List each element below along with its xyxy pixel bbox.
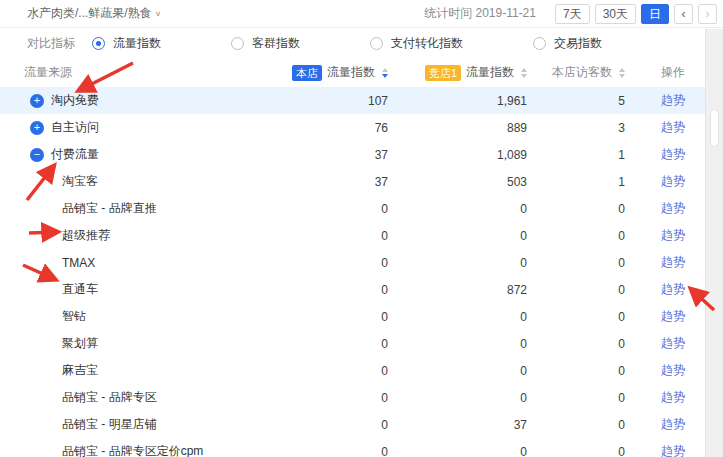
row-source-cell[interactable]: 品销宝 - 品牌专区定价cpm [24,443,268,457]
radio-icon [231,37,244,50]
own-index-value: 0 [268,256,388,270]
radio-icon [533,37,546,50]
rival-index-value: 872 [388,283,527,297]
own-index-value: 0 [268,337,388,351]
trend-link[interactable]: 趋势 [661,93,685,107]
row-source-cell[interactable]: − 付费流量 [24,146,268,163]
table-row: 淘宝客 37 503 1 趋势 [0,168,705,195]
trend-link[interactable]: 趋势 [661,444,685,457]
category-label: 水产肉类/...鲜蔬果/熟食 [27,5,152,22]
top-bar: 水产肉类/...鲜蔬果/熟食 ∨ 统计时间 2019-11-21 7天 30天 … [0,0,723,28]
row-source-cell[interactable]: + 自主访问 [24,119,268,136]
row-source-cell[interactable]: TMAX [24,256,268,270]
vertical-scrollbar-thumb[interactable] [710,109,719,147]
trend-link[interactable]: 趋势 [661,309,685,323]
radio-icon [370,37,383,50]
table-row: 智钻 0 0 0 趋势 [0,303,705,330]
trend-link[interactable]: 趋势 [661,228,685,242]
rival-index-value: 0 [388,337,527,351]
trend-link[interactable]: 趋势 [661,363,685,377]
col-header-action: 操作 [625,64,685,81]
own-visitors-value: 5 [527,94,625,108]
row-source-label: TMAX [62,256,95,270]
row-source-label: 自主访问 [51,119,99,136]
trend-link[interactable]: 趋势 [661,201,685,215]
range-7days-button[interactable]: 7天 [555,4,590,24]
row-source-cell[interactable]: 聚划算 [24,335,268,352]
trend-link[interactable]: 趋势 [661,255,685,269]
metric-radio-2[interactable]: 支付转化指数 [370,35,463,52]
vertical-scrollbar-track[interactable] [705,29,723,457]
table-row: 品销宝 - 品牌直推 0 0 0 趋势 [0,195,705,222]
own-index-value: 0 [268,445,388,457]
row-source-label: 直通车 [62,281,98,298]
rival-index-value: 1,961 [388,94,527,108]
col-header-own-visitors[interactable]: 本店访客数 [527,64,625,81]
traffic-analysis-page: 水产肉类/...鲜蔬果/熟食 ∨ 统计时间 2019-11-21 7天 30天 … [0,0,723,457]
own-visitors-value: 0 [527,202,625,216]
expand-icon[interactable]: + [30,94,44,108]
own-visitors-value: 1 [527,148,625,162]
own-visitors-value: 0 [527,310,625,324]
own-visitors-value: 0 [527,229,625,243]
table-row: 麻吉宝 0 0 0 趋势 [0,357,705,384]
table-body: + 淘内免费 107 1,961 5 趋势 + 自主访问 76 889 3 趋势… [0,87,705,457]
row-source-label: 淘内免费 [51,92,99,109]
compare-metric-row: 对比指标 流量指数客群指数支付转化指数交易指数 [0,28,723,58]
col-header-own-index[interactable]: 本店 流量指数 [268,64,388,81]
trend-link[interactable]: 趋势 [661,390,685,404]
metric-radio-0[interactable]: 流量指数 [92,35,161,52]
row-source-label: 品销宝 - 品牌专区定价cpm [62,443,203,457]
rival-index-value: 37 [388,418,527,432]
own-index-value: 76 [268,121,388,135]
row-source-cell[interactable]: 品销宝 - 品牌专区 [24,389,268,406]
own-index-value: 37 [268,148,388,162]
own-visitors-value: 0 [527,418,625,432]
row-source-cell[interactable]: 淘宝客 [24,173,268,190]
own-index-value: 0 [268,283,388,297]
own-index-label: 流量指数 [327,64,375,81]
row-source-cell[interactable]: 智钻 [24,308,268,325]
row-source-cell[interactable]: 品销宝 - 品牌直推 [24,200,268,217]
trend-link[interactable]: 趋势 [661,174,685,188]
metric-radio-3[interactable]: 交易指数 [533,35,602,52]
row-source-label: 品销宝 - 品牌直推 [62,200,157,217]
rival-index-value: 0 [388,391,527,405]
row-source-cell[interactable]: 直通车 [24,281,268,298]
row-source-label: 聚划算 [62,335,98,352]
own-index-value: 0 [268,418,388,432]
table-row: − 付费流量 37 1,089 1 趋势 [0,141,705,168]
metric-radio-1[interactable]: 客群指数 [231,35,300,52]
own-visitors-value: 0 [527,283,625,297]
next-day-button[interactable]: › [698,4,717,24]
range-30days-button[interactable]: 30天 [595,4,636,24]
rival-index-value: 0 [388,364,527,378]
trend-link[interactable]: 趋势 [661,417,685,431]
trend-link[interactable]: 趋势 [661,282,685,296]
row-source-cell[interactable]: 麻吉宝 [24,362,268,379]
prev-day-button[interactable]: ‹ [674,4,693,24]
col-header-rival-index[interactable]: 竞店1 流量指数 [388,64,527,81]
radio-icon [92,37,105,50]
row-source-cell[interactable]: 品销宝 - 明星店铺 [24,416,268,433]
own-visitors-value: 0 [527,364,625,378]
table-row: 品销宝 - 明星店铺 0 37 0 趋势 [0,411,705,438]
trend-link[interactable]: 趋势 [661,120,685,134]
range-day-button[interactable]: 日 [641,4,669,24]
row-source-cell[interactable]: + 淘内免费 [24,92,268,109]
trend-link[interactable]: 趋势 [661,336,685,350]
table-row: + 淘内免费 107 1,961 5 趋势 [0,87,705,114]
compare-metric-label: 对比指标 [27,35,75,52]
own-visitors-value: 0 [527,256,625,270]
table-row: 品销宝 - 品牌专区定价cpm 0 0 0 趋势 [0,438,705,457]
own-index-value: 0 [268,364,388,378]
own-visitors-value: 1 [527,175,625,189]
row-source-cell[interactable]: 超级推荐 [24,227,268,244]
category-selector[interactable]: 水产肉类/...鲜蔬果/熟食 ∨ [27,5,161,22]
collapse-icon[interactable]: − [30,148,44,162]
row-source-label: 智钻 [62,308,86,325]
trend-link[interactable]: 趋势 [661,147,685,161]
expand-icon[interactable]: + [30,121,44,135]
rival-index-value: 0 [388,310,527,324]
table-header: 流量来源 本店 流量指数 竞店1 流量指数 本店访客数 [0,58,705,87]
